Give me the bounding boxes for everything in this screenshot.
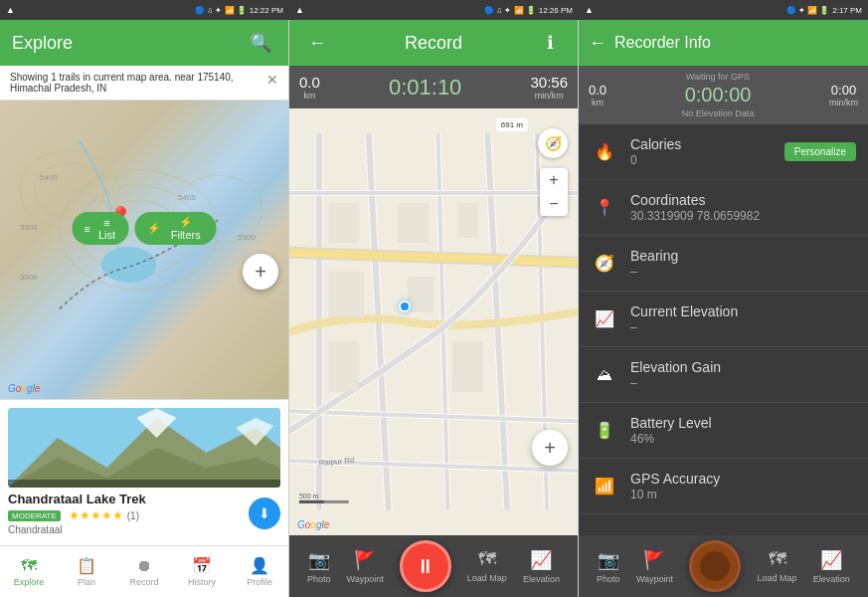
status-app-icon-mid: ▲	[295, 5, 304, 15]
svg-point-4	[35, 162, 104, 218]
zoom-out-button[interactable]: −	[540, 192, 568, 216]
recorder-stats-bar: 0.0 km Waiting for GPS 0:00:00 No Elevat…	[579, 66, 868, 124]
explore-topo-bg: 5400 5400 5300 5300 5000 📍 ≡ ≡ List	[0, 100, 288, 399]
recorder-nav-waypoint[interactable]: 🚩 Waypoint	[636, 549, 673, 584]
trail-location: Chandrataal	[8, 524, 146, 535]
elevation-gain-content: Elevation Gain –	[630, 359, 856, 390]
recorder-nav-photo[interactable]: 📷 Photo	[597, 549, 620, 584]
filter-button[interactable]: ⚡ ⚡ Filters	[135, 212, 217, 245]
recorder-photo-icon: 📷	[598, 549, 619, 571]
profile-nav-icon: 👤	[250, 556, 269, 575]
status-time-right: 2:17 PM	[832, 6, 862, 15]
gps-accuracy-icon: 📶	[591, 473, 618, 500]
recorder-photo-label: Photo	[597, 574, 620, 584]
filter-icon: ⚡	[147, 222, 161, 235]
svg-point-6	[101, 247, 157, 283]
timer-value: 0:01:10	[389, 75, 461, 100]
info-button[interactable]: ℹ	[534, 27, 566, 59]
record-nav-icon: ⏺	[136, 557, 152, 575]
record-stats-bar: 0.0 km 0:01:10 30:56 min/km	[289, 66, 578, 108]
nav-explore[interactable]: 🗺 Explore	[0, 546, 58, 597]
calories-label: Calories	[630, 136, 773, 152]
no-elevation-text: No Elevation Data	[607, 108, 829, 118]
nav-plan-label: Plan	[78, 577, 95, 587]
elevation-gain-value: –	[630, 376, 856, 390]
recorder-bottom-nav: 📷 Photo 🚩 Waypoint 🗺 Load Map 📈 Elevatio…	[579, 535, 868, 597]
elevation-gain-label: Elevation Gain	[630, 359, 856, 375]
close-icon[interactable]: ✕	[266, 72, 278, 88]
back-button-record[interactable]: ←	[301, 27, 333, 59]
record-add-button[interactable]: +	[532, 430, 568, 466]
recorder-nav-loadmap[interactable]: 🗺 Load Map	[758, 549, 797, 583]
record-map-bg: Raipur Rd 500 m	[289, 108, 578, 535]
gps-accuracy-label: GPS Accuracy	[630, 471, 856, 487]
photo-nav-icon: 📷	[308, 549, 330, 571]
recorder-pace-unit: min/km	[829, 98, 858, 107]
recorder-nav-elevation[interactable]: 📈 Elevation	[813, 549, 850, 584]
status-icons-mid: 🔵 ♫ ✦ 📶 🔋 12:26 PM	[484, 6, 573, 15]
trail-card[interactable]: Chandrataal Lake Trek MODERATE ★★★★★ (1)…	[0, 399, 288, 545]
coordinates-content: Coordinates 30.3319909 78.0659982	[630, 192, 856, 223]
info-item-battery: 🔋 Battery Level 46%	[579, 403, 868, 459]
nav-profile[interactable]: 👤 Profile	[231, 546, 288, 597]
pace-value: 30:56	[530, 74, 568, 91]
recorder-info-title: Recorder Info	[614, 34, 858, 52]
svg-rect-44	[452, 341, 482, 391]
info-item-coordinates: 📍 Coordinates 30.3319909 78.0659982	[579, 180, 868, 236]
list-button[interactable]: ≡ ≡ List	[73, 212, 129, 245]
recorder-info-header: ← Recorder Info	[579, 20, 868, 66]
zoom-controls: + −	[540, 168, 568, 216]
calories-value: 0	[630, 153, 773, 167]
svg-rect-39	[399, 203, 429, 243]
battery-icon: 🔋	[591, 417, 618, 445]
gps-accuracy-value: 10 m	[630, 488, 856, 501]
list-label: ≡ List	[96, 217, 117, 241]
download-button[interactable]: ⬇	[249, 498, 280, 529]
back-button-recorder[interactable]: ←	[589, 33, 607, 54]
bearing-icon: 🧭	[591, 250, 618, 278]
svg-rect-42	[409, 278, 434, 312]
coordinates-value: 30.3319909 78.0659982	[630, 209, 856, 223]
record-nav-waypoint[interactable]: 🚩 Waypoint	[347, 549, 384, 584]
record-nav-elevation[interactable]: 📈 Elevation	[523, 549, 560, 584]
zoom-in-button[interactable]: +	[540, 168, 568, 192]
add-waypoint-button[interactable]: +	[243, 254, 278, 290]
panel-recorder-info: ← Recorder Info 0.0 km Waiting for GPS 0…	[579, 20, 868, 597]
stat-timer: 0:01:10	[389, 75, 461, 100]
svg-rect-46	[299, 500, 324, 503]
trail-card-overlay	[8, 480, 280, 488]
record-nav-loadmap[interactable]: 🗺 Load Map	[467, 549, 507, 583]
recorder-info-list: 🔥 Calories 0 Personalize 📍 Coordinates 3…	[579, 124, 868, 535]
personalize-button[interactable]: Personalize	[784, 142, 856, 161]
search-button[interactable]: 🔍	[245, 27, 276, 59]
svg-text:5400: 5400	[40, 173, 58, 182]
pause-icon: ⏸	[416, 555, 435, 578]
recorder-loadmap-icon: 🗺	[769, 549, 786, 570]
explore-notification: Showing 1 trails in current map area. ne…	[0, 66, 288, 100]
distance-unit: km	[299, 91, 320, 100]
main-panels: Explore 🔍 Showing 1 trails in current ma…	[0, 20, 868, 597]
current-elevation-value: –	[630, 320, 856, 334]
calories-icon: 🔥	[591, 138, 618, 166]
nav-plan[interactable]: 📋 Plan	[58, 546, 115, 597]
record-nav-photo[interactable]: 📷 Photo	[307, 549, 331, 584]
elevation-gain-icon: ⛰	[591, 361, 618, 389]
pause-button[interactable]: ⏸	[400, 540, 451, 592]
filter-label: ⚡ Filters	[167, 216, 205, 241]
status-bars: ▲ 🔵 ♫ ✦ 📶 🔋 12:22 PM ▲ 🔵 ♫ ✦ 📶 🔋 12:26 P…	[0, 0, 868, 20]
record-btn-inner	[700, 551, 730, 581]
record-map: Raipur Rd 500 m	[289, 108, 578, 535]
record-start-button[interactable]	[689, 540, 741, 592]
status-bar-explore: ▲ 🔵 ♫ ✦ 📶 🔋 12:22 PM	[0, 0, 289, 20]
record-header: ← Record ℹ	[289, 20, 578, 66]
compass-button[interactable]: 🧭	[538, 128, 568, 158]
nav-record[interactable]: ⏺ Record	[115, 546, 173, 597]
current-elevation-icon: 📈	[591, 305, 618, 333]
info-item-current-elevation: 📈 Current Elevation –	[579, 292, 868, 347]
battery-label: Battery Level	[630, 415, 856, 431]
info-item-bearing: 🧭 Bearing –	[579, 236, 868, 292]
explore-header: Explore 🔍	[0, 20, 288, 66]
recorder-stat-pace: 0:00 min/km	[829, 83, 858, 107]
nav-history[interactable]: 📅 History	[173, 546, 231, 597]
history-nav-icon: 📅	[192, 556, 212, 575]
